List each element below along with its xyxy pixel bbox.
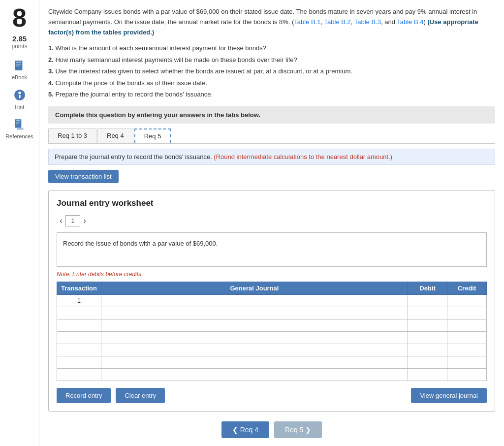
next-req-button[interactable]: Req 5 ❯ — [274, 421, 322, 438]
debit-before-credits-note: Note: Enter debits before credits. — [57, 271, 487, 278]
general-journal-input-3[interactable] — [101, 319, 408, 331]
record-description-text: Record the issue of bonds with a par val… — [63, 240, 218, 247]
debit-cell-4[interactable] — [408, 331, 447, 344]
debit-cell-3[interactable] — [408, 319, 447, 331]
credit-input-5[interactable] — [447, 344, 486, 356]
tab-req1to3-label: Req 1 to 3 — [58, 132, 87, 139]
sidebar-hint-label: Hint — [15, 104, 25, 110]
debit-input-6[interactable] — [408, 356, 447, 368]
sidebar-item-ebook[interactable]: eBook — [12, 58, 28, 80]
clear-entry-button[interactable]: Clear entry — [116, 388, 165, 403]
points-value: 2.85 — [12, 34, 27, 43]
credit-cell-6[interactable] — [447, 356, 487, 368]
tab-req4[interactable]: Req 4 — [97, 128, 133, 143]
bottom-navigation: ❮ Req 4 Req 5 ❯ — [48, 412, 495, 443]
general-journal-input-2[interactable] — [101, 307, 408, 319]
general-journal-input-1[interactable] — [101, 295, 408, 307]
credit-cell-5[interactable] — [447, 344, 487, 356]
credit-cell-3[interactable] — [447, 319, 487, 331]
table-b2-link[interactable]: Table B.2 — [324, 18, 351, 26]
general-journal-input-7[interactable] — [101, 369, 408, 381]
table-b1-link[interactable]: Table B.1 — [294, 18, 320, 26]
transaction-number-2 — [57, 307, 101, 319]
table-row — [57, 368, 487, 381]
main-content: Citywide Company issues bonds with a par… — [39, 0, 504, 446]
general-journal-cell-1[interactable] — [101, 294, 408, 307]
debit-input-3[interactable] — [408, 319, 447, 331]
comma1: , — [321, 18, 324, 26]
credit-input-6[interactable] — [447, 356, 486, 368]
problem-number: 8 — [12, 5, 27, 31]
credit-cell-7[interactable] — [447, 368, 487, 381]
credit-cell-2[interactable] — [447, 307, 487, 319]
and-text: and — [383, 18, 397, 26]
debit-cell-2[interactable] — [408, 307, 447, 319]
transaction-number-7 — [57, 368, 101, 381]
credit-cell-4[interactable] — [447, 331, 487, 344]
credit-input-7[interactable] — [447, 369, 486, 381]
view-transaction-list-button[interactable]: View transaction list — [48, 170, 119, 183]
general-journal-input-6[interactable] — [101, 356, 408, 368]
table-row — [57, 344, 487, 356]
sidebar-item-hint[interactable]: Hint — [12, 87, 28, 110]
general-journal-cell-4[interactable] — [101, 331, 408, 344]
problem-description: Citywide Company issues bonds with a par… — [48, 7, 495, 37]
points-label: points — [11, 43, 27, 50]
general-journal-cell-7[interactable] — [101, 368, 408, 381]
current-page: 1 — [65, 215, 80, 226]
svg-rect-8 — [16, 120, 21, 121]
question-2: 2. How many semiannual interest payments… — [48, 55, 495, 65]
general-journal-cell-6[interactable] — [101, 356, 408, 368]
sidebar-references-label: References — [5, 133, 33, 139]
credit-input-2[interactable] — [447, 307, 486, 319]
col-header-debit: Debit — [408, 282, 447, 294]
transaction-number-1: 1 — [57, 294, 101, 307]
tab-req1to3[interactable]: Req 1 to 3 — [48, 128, 96, 143]
view-general-journal-button[interactable]: View general journal — [411, 388, 487, 403]
svg-rect-9 — [16, 122, 21, 123]
debit-input-1[interactable] — [408, 295, 447, 307]
col-header-general-journal: General Journal — [101, 282, 408, 294]
worksheet-nav-row: ‹ 1 › — [57, 215, 487, 226]
sidebar-ebook-label: eBook — [12, 74, 27, 80]
general-journal-input-5[interactable] — [101, 344, 408, 356]
debit-input-5[interactable] — [408, 344, 447, 356]
svg-rect-3 — [16, 65, 20, 66]
question-1: 1. What is the amount of each semiannual… — [48, 43, 495, 53]
debit-cell-6[interactable] — [408, 356, 447, 368]
next-page-button[interactable]: › — [80, 216, 89, 226]
tab-req5[interactable]: Req 5 — [134, 128, 171, 143]
general-journal-input-4[interactable] — [101, 332, 408, 344]
svg-rect-11 — [17, 128, 24, 130]
credit-input-4[interactable] — [447, 332, 486, 344]
record-entry-button[interactable]: Record entry — [57, 388, 111, 403]
credit-input-3[interactable] — [447, 319, 486, 331]
general-journal-cell-2[interactable] — [101, 307, 408, 319]
prev-page-button[interactable]: ‹ — [57, 216, 65, 226]
table-b4-link[interactable]: Table B.4 — [397, 18, 423, 26]
record-description: Record the issue of bonds with a par val… — [57, 232, 487, 267]
hint-icon — [12, 87, 28, 103]
sidebar-item-references[interactable]: References — [5, 117, 33, 139]
debit-cell-1[interactable] — [408, 294, 447, 307]
general-journal-cell-3[interactable] — [101, 319, 408, 331]
svg-rect-6 — [19, 95, 20, 98]
svg-rect-1 — [16, 62, 21, 63]
transaction-number-4 — [57, 331, 101, 344]
credit-input-1[interactable] — [447, 295, 486, 307]
req5-instruction: Prepare the journal entry to record the … — [48, 149, 495, 165]
debit-cell-5[interactable] — [408, 344, 447, 356]
col-header-transaction: Transaction — [57, 282, 101, 294]
table-b3-link[interactable]: Table B.3 — [354, 18, 381, 26]
debit-cell-7[interactable] — [408, 368, 447, 381]
debit-input-7[interactable] — [408, 369, 447, 381]
req5-instruction-note: (Round intermediate calculations to the … — [214, 153, 392, 160]
debit-input-2[interactable] — [408, 307, 447, 319]
svg-rect-10 — [16, 124, 19, 125]
prev-req-button[interactable]: ❮ Req 4 — [221, 421, 269, 438]
debit-input-4[interactable] — [408, 332, 447, 344]
general-journal-cell-5[interactable] — [101, 344, 408, 356]
question-3: 3. Use the interest rates given to selec… — [48, 66, 495, 76]
credit-cell-1[interactable] — [447, 294, 487, 307]
req5-instruction-text: Prepare the journal entry to record the … — [55, 153, 212, 160]
